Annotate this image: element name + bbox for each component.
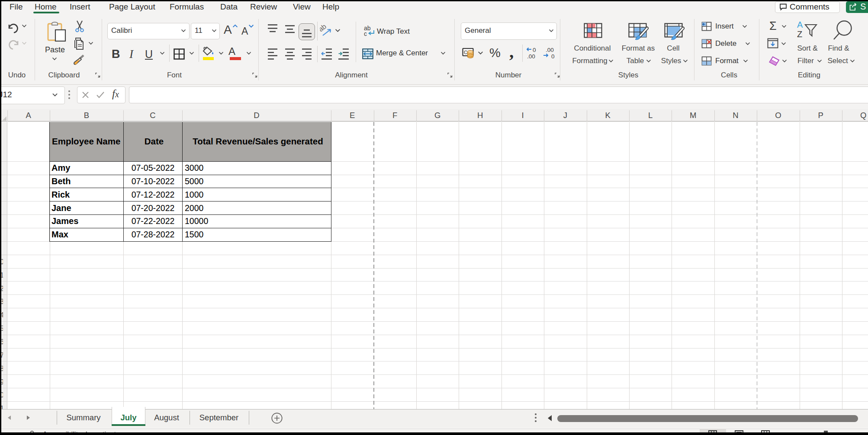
svg-text:A: A [797,20,803,29]
svg-text:0: 0 [551,53,555,59]
svg-text:Z: Z [797,29,802,38]
svg-text:.00: .00 [527,53,535,59]
svg-text:0: 0 [533,47,536,53]
svg-text:.00: .00 [546,47,554,53]
svg-text:c: c [364,30,367,37]
svg-text:ab: ab [320,24,328,33]
